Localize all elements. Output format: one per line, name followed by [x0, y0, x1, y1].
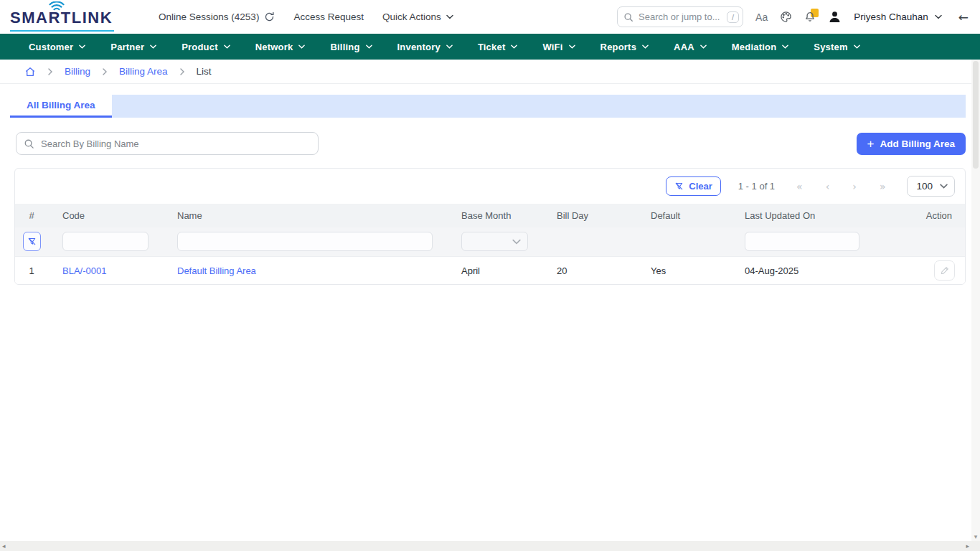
- first-page-icon[interactable]: «: [785, 181, 814, 192]
- scroll-left-icon[interactable]: ◂: [2, 542, 6, 550]
- search-icon: [623, 12, 633, 22]
- online-sessions[interactable]: Online Sessions (4253): [159, 11, 275, 22]
- column-header-last-updated[interactable]: Last Updated On: [730, 204, 921, 227]
- nav-item-product[interactable]: Product: [182, 42, 230, 52]
- edit-row-button[interactable]: [934, 260, 955, 281]
- chevron-down-icon: [642, 44, 649, 49]
- refresh-icon[interactable]: [264, 11, 275, 22]
- chevron-down-icon: [511, 44, 517, 49]
- last-page-icon[interactable]: »: [868, 181, 897, 192]
- nav-item-label: Product: [182, 42, 218, 52]
- billing-area-table: # Code Name Base Month Bill Day Default …: [15, 204, 965, 284]
- scrollbar-corner: [971, 541, 980, 551]
- code-filter-input[interactable]: [62, 232, 149, 251]
- user-name[interactable]: Priyesh Chauhan: [854, 11, 928, 22]
- nav-item-network[interactable]: Network: [255, 42, 306, 52]
- filter-clear-icon: [27, 237, 37, 246]
- last-updated-value: 04-Aug-2025: [730, 257, 921, 285]
- online-sessions-label: Online Sessions (4253): [159, 11, 259, 22]
- top-header: SMARTLINK Online Sessions (4253) Access …: [0, 0, 980, 34]
- chevron-down-icon: [782, 44, 788, 49]
- bill-day-value: 20: [542, 257, 636, 285]
- chevron-down-icon: [446, 44, 453, 49]
- page-size-value: 100: [916, 181, 933, 192]
- column-header-name[interactable]: Name: [163, 204, 447, 227]
- vertical-scrollbar-thumb[interactable]: [973, 61, 979, 169]
- back-arrow-icon[interactable]: ←: [958, 10, 969, 24]
- last-updated-filter-input[interactable]: [745, 232, 859, 251]
- notifications-bell-icon[interactable]: [804, 11, 816, 23]
- global-search-placeholder: Search or jump to...: [639, 11, 722, 22]
- nav-item-label: Reports: [600, 42, 637, 52]
- avatar[interactable]: [828, 10, 842, 24]
- prev-page-icon[interactable]: ‹: [814, 181, 842, 192]
- table-header-row: # Code Name Base Month Bill Day Default …: [15, 204, 965, 227]
- tab-all-billing-area[interactable]: All Billing Area: [10, 95, 112, 118]
- nav-item-label: System: [814, 42, 847, 52]
- nav-item-customer[interactable]: Customer: [29, 42, 85, 52]
- chevron-down-icon: [366, 44, 372, 49]
- scroll-down-icon[interactable]: ▾: [971, 533, 980, 540]
- nav-item-wifi[interactable]: WiFi: [542, 42, 575, 52]
- clear-filters-button[interactable]: Clear: [666, 176, 721, 196]
- quick-actions-label: Quick Actions: [382, 11, 441, 22]
- nav-item-aaa[interactable]: AAA: [674, 42, 707, 52]
- add-billing-area-button[interactable]: + Add Billing Area: [857, 133, 966, 155]
- nav-item-system[interactable]: System: [814, 42, 859, 52]
- billing-name-link[interactable]: Default Billing Area: [177, 265, 256, 276]
- column-header-action: Action: [921, 204, 965, 227]
- access-request-link[interactable]: Access Request: [293, 11, 364, 22]
- billing-area-table-card: Clear 1 - 1 of 1 « ‹ › » 100 # Code Name: [14, 168, 966, 285]
- column-header-base-month[interactable]: Base Month: [447, 204, 542, 227]
- vertical-scrollbar[interactable]: ▾: [971, 60, 980, 541]
- breadcrumb-link-billing[interactable]: Billing: [65, 66, 90, 77]
- column-header-default[interactable]: Default: [636, 204, 730, 227]
- app-window: SMARTLINK Online Sessions (4253) Access …: [0, 0, 980, 551]
- tab-label: All Billing Area: [27, 100, 95, 110]
- column-header-num[interactable]: #: [15, 204, 48, 227]
- nav-item-billing[interactable]: Billing: [330, 42, 372, 52]
- chevron-down-icon: [512, 239, 521, 245]
- pencil-icon: [940, 265, 950, 276]
- add-billing-area-label: Add Billing Area: [880, 138, 955, 149]
- scroll-right-icon[interactable]: ▸: [966, 542, 969, 550]
- smartlink-logo[interactable]: SMARTLINK: [10, 3, 114, 32]
- clear-filters-label: Clear: [689, 181, 712, 192]
- nav-item-partner[interactable]: Partner: [110, 42, 156, 52]
- horizontal-scrollbar[interactable]: ◂ ▸: [0, 541, 971, 551]
- plus-icon: +: [867, 138, 875, 150]
- apply-filter-button[interactable]: [23, 232, 41, 251]
- filter-clear-icon: [674, 182, 684, 191]
- access-request-label: Access Request: [293, 11, 364, 22]
- home-icon[interactable]: [24, 66, 36, 77]
- nav-item-ticket[interactable]: Ticket: [478, 42, 518, 52]
- theme-palette-icon[interactable]: [780, 11, 792, 23]
- main-nav: Customer Partner Product Network Billing…: [0, 34, 980, 60]
- nav-item-label: WiFi: [542, 42, 562, 52]
- search-icon: [24, 138, 34, 149]
- nav-item-label: Mediation: [732, 42, 776, 52]
- name-filter-input[interactable]: [177, 232, 433, 251]
- page-size-select[interactable]: 100: [907, 176, 955, 197]
- nav-item-mediation[interactable]: Mediation: [732, 42, 788, 52]
- nav-item-label: AAA: [674, 42, 694, 52]
- text-size-icon[interactable]: Aa: [755, 11, 768, 23]
- table-row: 1 BLA/-0001 Default Billing Area April 2…: [15, 257, 965, 285]
- base-month-filter-select[interactable]: [461, 232, 528, 251]
- billing-name-search-input[interactable]: Search By Billing Name: [16, 132, 319, 155]
- chevron-down-icon: [79, 44, 85, 49]
- column-header-code[interactable]: Code: [48, 204, 163, 227]
- quick-actions-menu[interactable]: Quick Actions: [382, 11, 453, 22]
- nav-item-reports[interactable]: Reports: [600, 42, 649, 52]
- global-search-input[interactable]: Search or jump to... /: [617, 6, 743, 27]
- breadcrumb-link-billing-area[interactable]: Billing Area: [119, 66, 168, 77]
- chevron-right-icon: [103, 68, 107, 75]
- chevron-down-icon: [940, 184, 948, 189]
- nav-item-inventory[interactable]: Inventory: [397, 42, 453, 52]
- nav-item-label: Partner: [110, 42, 144, 52]
- next-page-icon[interactable]: ›: [841, 181, 868, 192]
- billing-code-link[interactable]: BLA/-0001: [62, 265, 106, 276]
- column-header-bill-day[interactable]: Bill Day: [542, 204, 636, 227]
- pagination-range: 1 - 1 of 1: [738, 181, 775, 192]
- chevron-down-icon[interactable]: [935, 14, 942, 19]
